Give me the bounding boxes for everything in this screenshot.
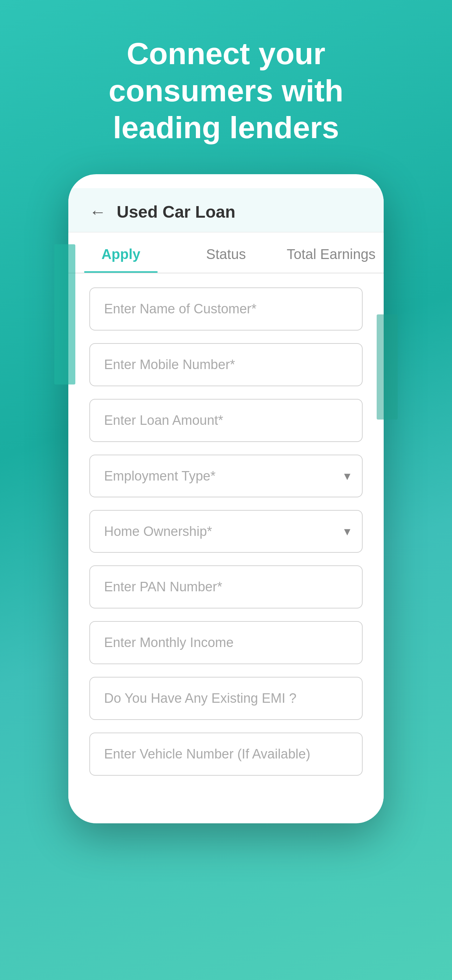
field-loan-amount	[89, 399, 363, 442]
home-ownership-wrapper: Home Ownership* Owned Rented ▾	[89, 510, 363, 553]
field-employment-type: Employment Type* Salaried Self Employed …	[89, 455, 363, 497]
field-pan-number	[89, 565, 363, 608]
back-arrow-icon[interactable]: ←	[89, 202, 106, 221]
field-existing-emi	[89, 677, 363, 720]
tab-total-earnings[interactable]: Total Earnings	[279, 232, 384, 273]
phone-shell: ← Used Car Loan Apply Status Total Earni…	[68, 174, 384, 823]
home-ownership-select[interactable]: Home Ownership* Owned Rented	[89, 510, 363, 553]
screen-title: Used Car Loan	[117, 202, 236, 221]
top-bar: ← Used Car Loan	[68, 188, 384, 232]
tab-status[interactable]: Status	[173, 232, 279, 273]
field-monthly-income	[89, 621, 363, 664]
field-mobile-number	[89, 343, 363, 386]
tabs-container: Apply Status Total Earnings	[68, 232, 384, 274]
loan-amount-input[interactable]	[89, 399, 363, 442]
mobile-number-input[interactable]	[89, 343, 363, 386]
field-vehicle-number	[89, 733, 363, 776]
pan-number-input[interactable]	[89, 565, 363, 608]
existing-emi-input[interactable]	[89, 677, 363, 720]
hero-title: Connect your consumers with leading lend…	[33, 35, 419, 146]
phone-mockup: ← Used Car Loan Apply Status Total Earni…	[68, 174, 384, 945]
employment-type-select[interactable]: Employment Type* Salaried Self Employed	[89, 455, 363, 497]
field-home-ownership: Home Ownership* Owned Rented ▾	[89, 510, 363, 553]
form-area: Employment Type* Salaried Self Employed …	[68, 274, 384, 809]
field-customer-name	[89, 287, 363, 331]
tab-apply[interactable]: Apply	[68, 232, 173, 273]
employment-type-wrapper: Employment Type* Salaried Self Employed …	[89, 455, 363, 497]
teal-accent-right	[377, 314, 398, 420]
vehicle-number-input[interactable]	[89, 733, 363, 776]
monthly-income-input[interactable]	[89, 621, 363, 664]
customer-name-input[interactable]	[89, 287, 363, 331]
